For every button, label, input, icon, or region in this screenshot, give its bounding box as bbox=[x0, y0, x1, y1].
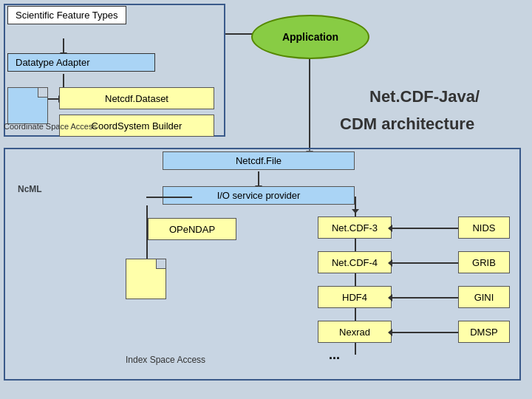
grib-label: GRIB bbox=[472, 257, 496, 268]
dots-label: ... bbox=[329, 347, 340, 363]
hdf4-label: HDF4 bbox=[342, 292, 367, 303]
arrow-netcdf3-to-nids bbox=[392, 228, 458, 229]
netcdf-java-text: Net.CDF-Java/ bbox=[369, 87, 480, 106]
arrow-io-to-right-boxes bbox=[355, 197, 356, 210]
coord-space-access-text: Coordinate Space Access bbox=[4, 122, 97, 131]
netcdf4-box: Net.CDF-4 bbox=[318, 251, 392, 273]
netcdf-file-text: Netcdf.File bbox=[236, 155, 282, 166]
hdf4-box: HDF4 bbox=[318, 286, 392, 308]
arrow-hdf4-to-gini bbox=[392, 297, 458, 299]
nexrad-label: Nexrad bbox=[339, 327, 370, 338]
opendap-box: OPeNDAP bbox=[148, 218, 236, 240]
arrow-datatype-to-ncml bbox=[63, 74, 64, 89]
application-label: Application bbox=[282, 31, 338, 43]
netcdf-file-label: Netcdf.File bbox=[163, 151, 355, 170]
coord-system-builder-label: CoordSystem Builder bbox=[92, 120, 183, 132]
netcdf4-label: Net.CDF-4 bbox=[332, 257, 378, 268]
nids-label: NIDS bbox=[472, 222, 495, 233]
arrow-app-down bbox=[309, 59, 310, 151]
application-ellipse: Application bbox=[251, 15, 369, 59]
arrow-ncml-to-dataset bbox=[48, 98, 59, 100]
ncml-top-box: NcML bbox=[7, 87, 48, 124]
dmsp-label: DMSP bbox=[470, 327, 498, 338]
netcdf3-label: Net.CDF-3 bbox=[332, 222, 378, 233]
grib-box: GRIB bbox=[458, 251, 510, 273]
arrow-netcdf4-to-grib bbox=[392, 262, 458, 264]
io-service-label: I/O service provider bbox=[217, 190, 301, 201]
netcdf3-box: Net.CDF-3 bbox=[318, 216, 392, 239]
dots-text: ... bbox=[329, 347, 340, 362]
datatype-adapter-text: Datatype Adapter bbox=[16, 57, 89, 68]
arrow-nexrad-to-dmsp bbox=[392, 332, 458, 333]
dmsp-box: DMSP bbox=[458, 321, 510, 343]
index-space-access-label: Index Space Access bbox=[126, 355, 205, 365]
cdm-arch-text: CDM architecture bbox=[340, 115, 474, 133]
gini-label: GINI bbox=[474, 292, 494, 303]
arrow-to-application bbox=[225, 33, 255, 35]
coord-space-access-label: Coordinate Space Access bbox=[4, 122, 97, 131]
netcdf-dataset-label: Netcdf.Dataset bbox=[105, 93, 168, 104]
io-service-box: I/O service provider bbox=[163, 186, 355, 205]
gini-box: GINI bbox=[458, 286, 510, 308]
datatype-adapter-label: Datatype Adapter bbox=[7, 53, 155, 72]
hline-io-left bbox=[146, 197, 192, 198]
nexrad-box: Nexrad bbox=[318, 321, 392, 343]
netcdf-file-container bbox=[4, 148, 521, 381]
ncml-bottom-box: NcML bbox=[126, 259, 166, 299]
netcdf-dataset-box: Netcdf.Dataset bbox=[59, 87, 214, 109]
index-space-text: Index Space Access bbox=[126, 355, 205, 365]
nids-box: NIDS bbox=[458, 216, 510, 239]
arrow-netcdf-file-to-io bbox=[258, 171, 259, 186]
cdm-architecture-label: CDM architecture bbox=[340, 115, 474, 134]
opendap-label: OPeNDAP bbox=[169, 224, 215, 235]
netcdf-java-label: Net.CDF-Java/ bbox=[369, 87, 480, 106]
